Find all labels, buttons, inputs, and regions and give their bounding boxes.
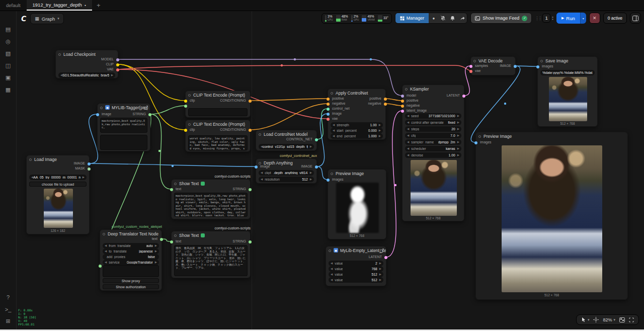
- node-title[interactable]: VAE Decode: [471, 57, 515, 64]
- port-negative-in[interactable]: [401, 105, 404, 108]
- port-model-out[interactable]: [116, 58, 119, 61]
- node-preview-image-main[interactable]: Preview Image images 512 × 768: [475, 132, 628, 300]
- collapse-dot[interactable]: [174, 234, 177, 237]
- port-image-out[interactable]: [88, 162, 91, 166]
- show-image-feed-button[interactable]: Show Image Feed ✓: [470, 13, 532, 24]
- show-text-output[interactable]: masterpiece,best quality,8k,raw photo,ph…: [174, 193, 248, 217]
- next-arrow-icon[interactable]: ▶: [457, 121, 459, 124]
- port-image-in[interactable]: [327, 113, 330, 116]
- widget-value-4[interactable]: ◀ value 512 ▶: [329, 277, 383, 283]
- node-title[interactable]: KSampler: [403, 85, 464, 92]
- prev-arrow-icon[interactable]: ◀: [407, 141, 409, 144]
- batch-count-input[interactable]: 1: [542, 14, 550, 23]
- next-arrow-icon[interactable]: ▶: [155, 250, 157, 253]
- port-images-in[interactable]: [327, 179, 330, 182]
- fit-view-button[interactable]: [593, 317, 599, 322]
- cancel-button[interactable]: ✕: [589, 13, 600, 24]
- next-arrow-icon[interactable]: ▶: [457, 147, 459, 150]
- next-arrow-icon[interactable]: ▶: [155, 261, 157, 264]
- port-images-in[interactable]: [474, 141, 477, 144]
- node-title[interactable]: ▣MYLIB-Tagger(pre): [98, 104, 150, 111]
- node-show-text-japanese[interactable]: Show Text text STRING 傑作、最高品質、8K、生写真、フォト…: [171, 231, 251, 278]
- show-authorization-button[interactable]: Show authorization: [103, 284, 159, 289]
- next-arrow-icon[interactable]: ▶: [457, 115, 459, 118]
- node-save-image[interactable]: Save Image images %date:yyyy%-%date:MM%-…: [537, 56, 598, 127]
- widget-sampler-name[interactable]: ◀ sampler_name dpmpp_2m ▶: [405, 139, 461, 145]
- drag-handle-icon[interactable]: ⋮⋮: [535, 16, 541, 21]
- node-load-image[interactable]: Load Image IMAGE MASK ◀ AA_05_try_00000_…: [26, 155, 90, 234]
- batch-stepper[interactable]: ▴▾: [552, 16, 553, 21]
- widget-image-file[interactable]: ◀ AA_05_try_00000_m_00001_ref ... ▶: [29, 175, 87, 180]
- port-image-in[interactable]: [96, 113, 99, 116]
- port-mask-out[interactable]: [88, 168, 91, 171]
- next-arrow-icon[interactable]: ▶: [83, 176, 85, 179]
- port-conditioning-out[interactable]: [249, 129, 252, 132]
- port-string-out[interactable]: [148, 113, 151, 116]
- fullscreen-button[interactable]: [629, 317, 634, 322]
- prev-arrow-icon[interactable]: ◀: [407, 128, 409, 131]
- node-load-controlnet[interactable]: Load ControlNet Model CONTROL_NET ◀ cont…: [256, 130, 317, 151]
- port-clip-in[interactable]: [184, 129, 187, 132]
- prev-arrow-icon[interactable]: ◀: [105, 250, 107, 253]
- new-workflow-button[interactable]: +: [92, 0, 105, 11]
- port-text-in[interactable]: [170, 240, 173, 243]
- node-title[interactable]: Load Checkpoint: [56, 50, 118, 57]
- prev-arrow-icon[interactable]: ◀: [407, 121, 409, 124]
- widget-seed[interactable]: ◀ seed 37716871021000 ▶: [405, 113, 461, 119]
- comfyui-logo[interactable]: C: [21, 15, 27, 23]
- port-clip-in[interactable]: [184, 100, 187, 103]
- collapse-dot[interactable]: [100, 107, 103, 109]
- widget-steps[interactable]: ◀ steps 20 ▶: [405, 126, 461, 132]
- collapse-dot[interactable]: [259, 162, 261, 164]
- port-vae-in[interactable]: [327, 118, 330, 121]
- node-preview-image-depth[interactable]: Preview Image images 512 × 768: [328, 169, 386, 239]
- sidebar-item-nodes-map[interactable]: ▦: [2, 85, 15, 95]
- collapse-dot[interactable]: [188, 94, 191, 97]
- collapse-dot[interactable]: [405, 88, 408, 91]
- node-depth-anything[interactable]: Depth Anything image IMAGE ◀ ckpt_... de…: [256, 158, 317, 184]
- port-negative-out[interactable]: [384, 103, 387, 106]
- node-title[interactable]: Save Image: [538, 57, 597, 64]
- node-deep-translator[interactable]: Deep Translator Text Node text ◀ from_tr…: [100, 229, 162, 291]
- zoom-level-dropdown[interactable]: 82% ▾: [603, 317, 615, 322]
- widget-scheduler[interactable]: ◀ scheduler karras ▶: [405, 146, 461, 151]
- prev-arrow-icon[interactable]: ◀: [331, 273, 333, 276]
- node-empty-latent[interactable]: ▣MyLib-Empty_Latent_select3 LATENT ◀ val…: [326, 246, 386, 286]
- port-positive-in[interactable]: [401, 100, 404, 103]
- port-image-in[interactable]: [255, 166, 258, 169]
- port-model-in[interactable]: [401, 95, 404, 98]
- sidebar-item-workflows[interactable]: ◫: [2, 60, 15, 71]
- widget-end-percent[interactable]: ◀ end_percent 1.000 ▶: [331, 133, 383, 139]
- next-arrow-icon[interactable]: ▶: [310, 145, 312, 148]
- node-title[interactable]: CLIP Text Encode (Prompt): [186, 120, 250, 127]
- node-clip-text-encode-negative[interactable]: CLIP Text Encode (Prompt) clip CONDITION…: [185, 120, 251, 152]
- widget-cfg[interactable]: ◀ cfg 7.0 ▶: [405, 133, 461, 138]
- toggle-right-panel-button[interactable]: [630, 13, 641, 24]
- sidebar-item-queue[interactable]: ▤: [2, 24, 15, 35]
- prev-arrow-icon[interactable]: ◀: [407, 154, 409, 157]
- next-arrow-icon[interactable]: ▶: [379, 279, 381, 282]
- port-string-out[interactable]: [249, 188, 252, 191]
- node-apply-controlnet[interactable]: Apply ControlNet positive negative contr…: [328, 89, 386, 140]
- collapse-dot[interactable]: [174, 183, 177, 185]
- node-title[interactable]: CLIP Text Encode (Prompt): [186, 91, 250, 98]
- collapse-dot[interactable]: [331, 173, 333, 175]
- widget-value-3[interactable]: ◀ value 512 ▶: [329, 272, 383, 277]
- widget-controlnet-name[interactable]: ◀ control_v11f1p_sd15_depth_fp16... ▶: [259, 144, 314, 149]
- status-dot-button[interactable]: ●: [429, 13, 438, 23]
- notifications-button[interactable]: [448, 13, 457, 23]
- widget-strength[interactable]: ◀ strength 1.00 ▶: [331, 122, 383, 128]
- next-arrow-icon[interactable]: ▶: [310, 172, 312, 175]
- prev-arrow-icon[interactable]: ◀: [407, 147, 409, 150]
- collapse-dot[interactable]: [473, 60, 476, 62]
- port-latent-out[interactable]: [462, 95, 465, 98]
- prev-arrow-icon[interactable]: ◀: [261, 178, 263, 181]
- run-button[interactable]: ▶Run: [556, 13, 580, 24]
- widget-control-after-generate[interactable]: ◀ control after generate fixed ▶: [405, 120, 461, 125]
- prev-arrow-icon[interactable]: ◀: [331, 262, 333, 265]
- show-text-output[interactable]: 傑作、最高品質、8K、生写真、フォトリアル、1人の女の子、ソロ、ロングヘア、見る…: [174, 245, 248, 276]
- minimap-button[interactable]: [619, 317, 625, 322]
- next-arrow-icon[interactable]: ▶: [155, 244, 157, 247]
- port-latent-in[interactable]: [401, 110, 404, 113]
- prev-arrow-icon[interactable]: ◀: [333, 124, 335, 127]
